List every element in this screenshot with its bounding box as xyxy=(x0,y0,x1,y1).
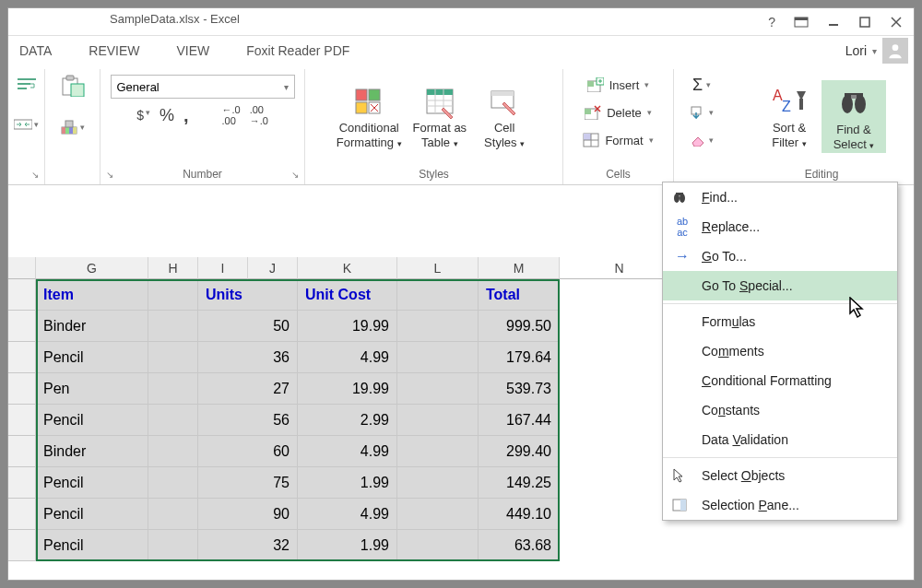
chevron-down-icon: ▾ xyxy=(284,82,289,92)
paste-icon[interactable] xyxy=(60,75,86,97)
group-leftover: ▾ ↘ xyxy=(8,69,45,184)
svg-rect-18 xyxy=(73,127,77,134)
column-headers: G H I J K L M N xyxy=(8,257,680,279)
col-header-k[interactable]: K xyxy=(298,257,397,279)
menu-formulas[interactable]: Formulas xyxy=(663,307,897,336)
menu-goto[interactable]: →Go To... xyxy=(663,241,897,271)
cell-styles-button[interactable]: CellStyles ▾ xyxy=(472,82,537,151)
dialog-launcher-icon[interactable]: ↘ xyxy=(106,170,113,180)
find-select-button[interactable]: Find &Select ▾ xyxy=(822,80,886,153)
replace-icon: abac xyxy=(672,216,692,238)
binoculars-icon xyxy=(672,191,692,204)
col-header-g[interactable]: G xyxy=(36,257,148,279)
group-clipboard-frag: ▾ xyxy=(45,69,100,184)
group-label: Editing xyxy=(805,168,839,181)
svg-rect-59 xyxy=(680,500,686,511)
wrap-text-icon[interactable] xyxy=(18,76,36,91)
table-row: Pencil751.99149.25 xyxy=(8,467,560,499)
user-account[interactable]: Lori ▾ xyxy=(845,36,908,65)
header-total[interactable]: Total xyxy=(479,279,560,311)
cursor-icon xyxy=(672,468,692,483)
dialog-launcher-icon[interactable]: ↘ xyxy=(291,170,299,180)
pane-icon xyxy=(672,499,692,512)
arrow-right-icon: → xyxy=(672,248,692,265)
insert-cells-button[interactable]: Insert▾ xyxy=(587,73,650,97)
svg-rect-57 xyxy=(676,193,683,195)
menu-selection-pane[interactable]: Selection Pane... xyxy=(663,490,897,520)
menu-find[interactable]: Find... xyxy=(663,182,897,212)
number-format-select[interactable]: General ▾ xyxy=(111,75,295,99)
table-row: Binder5019.99999.50 xyxy=(8,311,560,342)
group-editing-left: Σ▾ ▾ ▾ xyxy=(674,69,729,184)
group-cells: Insert▾ Delete▾ Format▾ Cells xyxy=(563,69,674,184)
comma-format-button[interactable]: , xyxy=(183,105,189,126)
autosum-button[interactable]: Σ▾ xyxy=(692,73,711,97)
group-label: Styles xyxy=(419,168,449,181)
avatar-icon xyxy=(882,38,908,64)
menu-replace[interactable]: abacReplace... xyxy=(663,212,897,241)
dialog-launcher-icon[interactable]: ↘ xyxy=(31,170,39,180)
header-item[interactable]: Item xyxy=(36,279,148,311)
close-icon[interactable] xyxy=(886,16,906,29)
format-painter-icon[interactable]: ▾ xyxy=(60,119,85,135)
window-controls: ? xyxy=(764,8,914,36)
menu-conditional-formatting[interactable]: Conditional Formatting xyxy=(663,366,897,395)
tab-foxit[interactable]: Foxit Reader PDF xyxy=(246,43,349,58)
svg-rect-16 xyxy=(65,127,69,134)
table-row: Pencil562.99167.44 xyxy=(8,405,560,436)
menu-comments[interactable]: Comments xyxy=(663,336,897,366)
menu-constants[interactable]: Constants xyxy=(663,395,897,425)
col-header-i[interactable]: I xyxy=(198,257,248,279)
conditional-formatting-button[interactable]: ConditionalFormatting ▾ xyxy=(331,82,408,151)
svg-rect-22 xyxy=(356,102,367,113)
col-header-j[interactable]: J xyxy=(248,257,298,279)
svg-rect-7 xyxy=(18,78,36,80)
svg-rect-19 xyxy=(65,121,73,127)
format-cells-button[interactable]: Format▾ xyxy=(583,128,653,152)
group-editing: AZ Sort &Filter ▾ Find &Select ▾ Editing xyxy=(729,69,914,184)
header-unit-cost[interactable]: Unit Cost xyxy=(298,279,397,311)
col-header-m[interactable]: M xyxy=(479,257,560,279)
minimize-icon[interactable] xyxy=(823,16,844,29)
data-grid: Item Units Unit Cost Total Binder5019.99… xyxy=(8,279,560,561)
svg-text:Z: Z xyxy=(782,99,791,114)
ribbon-display-icon[interactable] xyxy=(790,17,812,28)
table-row: Pencil904.99449.10 xyxy=(8,499,560,530)
svg-rect-13 xyxy=(71,84,84,97)
tab-view[interactable]: VIEW xyxy=(177,43,210,58)
svg-rect-8 xyxy=(18,83,30,85)
format-as-table-button[interactable]: Format asTable ▾ xyxy=(408,82,473,151)
tab-review[interactable]: REVIEW xyxy=(89,43,139,58)
tab-data[interactable]: DATA xyxy=(19,43,52,58)
clear-button[interactable]: ▾ xyxy=(691,128,714,152)
accounting-format-button[interactable]: $▾ xyxy=(136,108,150,123)
svg-rect-17 xyxy=(69,127,73,134)
group-styles: ConditionalFormatting ▾ Format asTable ▾… xyxy=(305,69,563,184)
increase-decimal-button[interactable]: ←.0.00 xyxy=(222,104,241,126)
merge-center-icon[interactable]: ▾ xyxy=(14,117,39,132)
find-select-menu: Find... abacReplace... →Go To... Go To S… xyxy=(662,182,898,521)
fill-button[interactable]: ▾ xyxy=(691,100,714,124)
sort-filter-button[interactable]: AZ Sort &Filter ▾ xyxy=(757,82,822,151)
header-units[interactable]: Units xyxy=(198,279,298,311)
title-bar: SampleData.xlsx - Excel ? xyxy=(8,8,914,36)
ribbon: ▾ ↘ ▾ General ▾ $▾ % , xyxy=(8,65,914,185)
help-icon[interactable]: ? xyxy=(764,15,779,29)
group-label: Number xyxy=(183,168,222,181)
decrease-decimal-button[interactable]: .00→.0 xyxy=(250,104,268,126)
svg-point-6 xyxy=(892,44,899,51)
delete-cells-button[interactable]: Delete▾ xyxy=(585,100,652,124)
table-row: Binder604.99299.40 xyxy=(8,436,560,467)
col-header-h[interactable]: H xyxy=(148,257,198,279)
menu-goto-special[interactable]: Go To Special... xyxy=(663,271,897,300)
percent-format-button[interactable]: % xyxy=(160,106,174,125)
table-row: Pencil364.99179.64 xyxy=(8,342,560,373)
maximize-icon[interactable] xyxy=(855,16,875,29)
menu-data-validation[interactable]: Data Validation xyxy=(663,425,897,454)
col-header-l[interactable]: L xyxy=(397,257,479,279)
svg-rect-50 xyxy=(799,99,803,110)
menu-select-objects[interactable]: Select Objects xyxy=(663,461,897,490)
svg-rect-33 xyxy=(491,91,514,96)
svg-rect-44 xyxy=(584,134,591,140)
group-label: Cells xyxy=(606,168,631,181)
